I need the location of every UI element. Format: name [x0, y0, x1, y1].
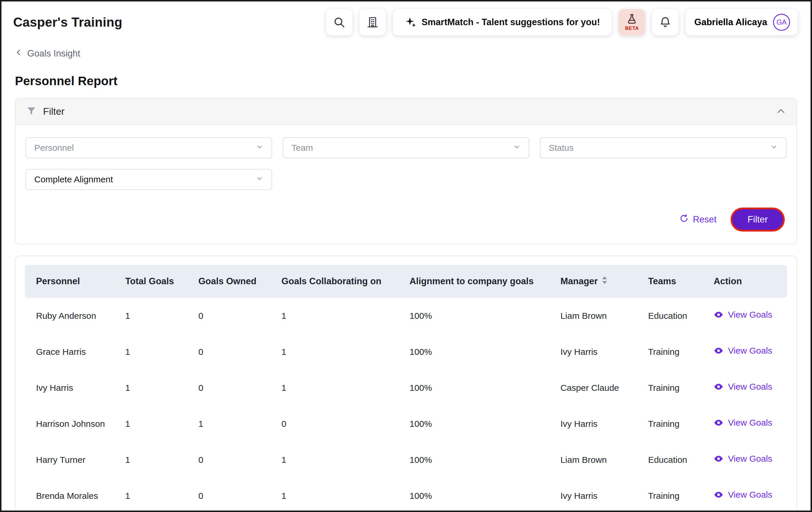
search-button[interactable] — [326, 9, 352, 35]
cell-total-goals: 1 — [122, 334, 195, 370]
cell-goals-collab: 1 — [278, 298, 406, 334]
cell-action: View Goals — [710, 370, 787, 406]
view-goals-link[interactable]: View Goals — [714, 310, 772, 320]
cell-teams: Training — [644, 370, 710, 406]
team-select-placeholder: Team — [291, 143, 313, 153]
reset-label: Reset — [693, 214, 717, 225]
bell-icon — [659, 16, 671, 28]
view-goals-label: View Goals — [728, 418, 772, 428]
cell-personnel: Ivy Harris — [25, 370, 122, 406]
table-row: Grace Harris101100%Ivy HarrisTraining Vi… — [25, 334, 787, 370]
status-select[interactable]: Status — [540, 137, 786, 158]
chevron-down-icon — [770, 143, 778, 153]
cell-personnel: Harrison Johnson — [25, 406, 122, 442]
cell-total-goals: 1 — [122, 478, 195, 512]
chevron-left-icon — [15, 48, 23, 59]
view-goals-link[interactable]: View Goals — [714, 454, 772, 464]
eye-icon — [714, 346, 724, 356]
cell-alignment: 100% — [406, 334, 557, 370]
alignment-select[interactable]: Complete Alignment — [26, 169, 272, 190]
cell-alignment: 100% — [406, 442, 557, 478]
cell-personnel: Grace Harris — [25, 334, 122, 370]
smartmatch-label: SmartMatch - Talent suggestions for you! — [422, 17, 600, 28]
view-goals-link[interactable]: View Goals — [714, 490, 772, 500]
cell-alignment: 100% — [406, 478, 557, 512]
cell-total-goals: 1 — [122, 298, 195, 334]
cell-goals-owned: 0 — [195, 334, 278, 370]
cell-teams: Training — [644, 406, 710, 442]
cell-personnel: Brenda Morales — [25, 478, 122, 512]
breadcrumb-label: Goals Insight — [27, 48, 80, 59]
sparkle-icon — [405, 17, 416, 28]
cell-goals-collab: 0 — [278, 406, 406, 442]
cell-teams: Training — [644, 478, 710, 512]
user-menu[interactable]: Gabriella Alicaya GA — [686, 9, 798, 35]
chevron-down-icon — [256, 175, 263, 184]
cell-manager: Ivy Harris — [557, 334, 644, 370]
personnel-table: Personnel Total Goals Goals Owned Goals … — [25, 265, 787, 512]
company-button[interactable] — [359, 9, 386, 35]
view-goals-label: View Goals — [728, 346, 772, 356]
column-header-total-goals: Total Goals — [122, 265, 195, 298]
column-header-goals-owned: Goals Owned — [195, 265, 278, 298]
table-row: Brenda Morales101100%Ivy HarrisTraining … — [25, 478, 787, 512]
cell-action: View Goals — [710, 478, 787, 512]
eye-icon — [714, 382, 724, 392]
chevron-down-icon — [256, 143, 263, 153]
cell-teams: Training — [644, 334, 710, 370]
status-select-placeholder: Status — [549, 143, 574, 153]
view-goals-link[interactable]: View Goals — [714, 346, 772, 356]
app-header: Casper's Training — [1, 1, 811, 39]
view-goals-link[interactable]: View Goals — [714, 418, 772, 428]
breadcrumb[interactable]: Goals Insight — [1, 48, 94, 59]
cell-alignment: 100% — [406, 298, 557, 334]
view-goals-label: View Goals — [728, 310, 772, 320]
chevron-down-icon — [513, 143, 521, 153]
filter-panel: Filter Personnel Team — [15, 98, 797, 244]
cell-personnel: Ruby Anderson — [25, 298, 122, 334]
team-select[interactable]: Team — [283, 137, 529, 158]
cell-action: View Goals — [710, 406, 787, 442]
table-row: Harry Turner101100%Liam BrownEducation V… — [25, 442, 787, 478]
collapse-filter-button[interactable] — [776, 106, 786, 117]
cell-goals-collab: 1 — [278, 370, 406, 406]
column-header-personnel: Personnel — [25, 265, 122, 298]
table-body: Ruby Anderson101100%Liam BrownEducation … — [25, 298, 787, 512]
cell-personnel: Harry Turner — [25, 442, 122, 478]
sort-icon[interactable] — [601, 276, 608, 287]
filter-panel-header[interactable]: Filter — [16, 99, 796, 125]
building-icon — [367, 16, 379, 28]
filter-panel-title: Filter — [43, 106, 64, 117]
table-header-row: Personnel Total Goals Goals Owned Goals … — [25, 265, 787, 298]
reset-button[interactable]: Reset — [679, 214, 717, 225]
cell-action: View Goals — [710, 334, 787, 370]
notifications-button[interactable] — [652, 9, 678, 35]
page-title: Personnel Report — [1, 74, 811, 88]
cell-teams: Education — [644, 298, 710, 334]
personnel-select[interactable]: Personnel — [26, 137, 272, 158]
table-row: Ivy Harris101100%Casper ClaudeTraining V… — [25, 370, 787, 406]
labs-button[interactable]: BETA — [619, 9, 645, 35]
column-header-manager-label: Manager — [560, 276, 598, 287]
avatar: GA — [773, 14, 790, 31]
header-actions: SmartMatch - Talent suggestions for you!… — [326, 9, 798, 35]
filter-button[interactable]: Filter — [731, 208, 785, 232]
eye-icon — [714, 310, 724, 320]
column-header-teams: Teams — [644, 265, 710, 298]
cell-action: View Goals — [710, 298, 787, 334]
cell-goals-owned: 0 — [195, 370, 278, 406]
cell-total-goals: 1 — [122, 370, 195, 406]
smartmatch-button[interactable]: SmartMatch - Talent suggestions for you! — [393, 9, 612, 35]
cell-manager: Ivy Harris — [557, 406, 644, 442]
cell-alignment: 100% — [406, 406, 557, 442]
view-goals-link[interactable]: View Goals — [714, 382, 772, 392]
filter-panel-body: Personnel Team Status Complete Alignment — [16, 125, 796, 244]
column-header-manager[interactable]: Manager — [557, 265, 644, 298]
cell-manager: Ivy Harris — [557, 478, 644, 512]
alignment-select-value: Complete Alignment — [34, 175, 113, 184]
table-row: Ruby Anderson101100%Liam BrownEducation … — [25, 298, 787, 334]
beta-badge: BETA — [625, 26, 639, 31]
eye-icon — [714, 418, 724, 428]
search-icon — [333, 16, 345, 28]
cell-manager: Casper Claude — [557, 370, 644, 406]
